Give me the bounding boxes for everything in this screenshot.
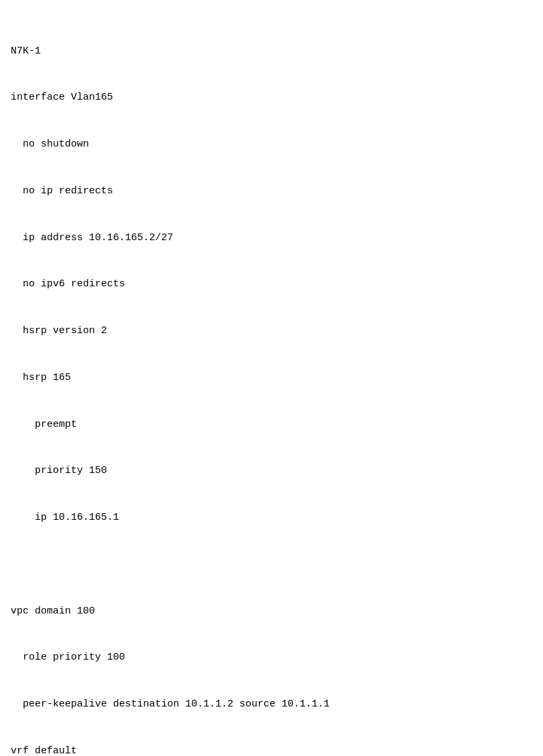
n7k1-line-5: hsrp 165 bbox=[11, 370, 532, 385]
vpc1-line-0: role priority 100 bbox=[11, 650, 532, 665]
n7k1-line-1: no ip redirects bbox=[11, 183, 532, 199]
config-block: N7K-1 interface Vlan165 no shutdown no i… bbox=[11, 12, 532, 756]
n7k1-header: N7K-1 bbox=[11, 43, 532, 59]
n7k1-line-4: hsrp version 2 bbox=[11, 323, 532, 339]
n7k1-line-3: no ipv6 redirects bbox=[11, 276, 532, 292]
vpc1-line-1: peer-keepalive destination 10.1.1.2 sour… bbox=[11, 696, 532, 712]
n7k1-line-0: no shutdown bbox=[11, 136, 532, 152]
n7k1-line-2: ip address 10.16.165.2/27 bbox=[11, 230, 532, 246]
blank-1 bbox=[11, 557, 532, 572]
vpc1-header: vpc domain 100 bbox=[11, 603, 532, 619]
n7k1-interface: interface Vlan165 bbox=[11, 90, 532, 105]
n7k1-line-8: ip 10.16.165.1 bbox=[11, 510, 532, 525]
n7k1-line-6: preempt bbox=[11, 417, 532, 432]
n7k1-line-7: priority 150 bbox=[11, 463, 532, 478]
vpc1-line-2: vrf default bbox=[11, 743, 532, 756]
